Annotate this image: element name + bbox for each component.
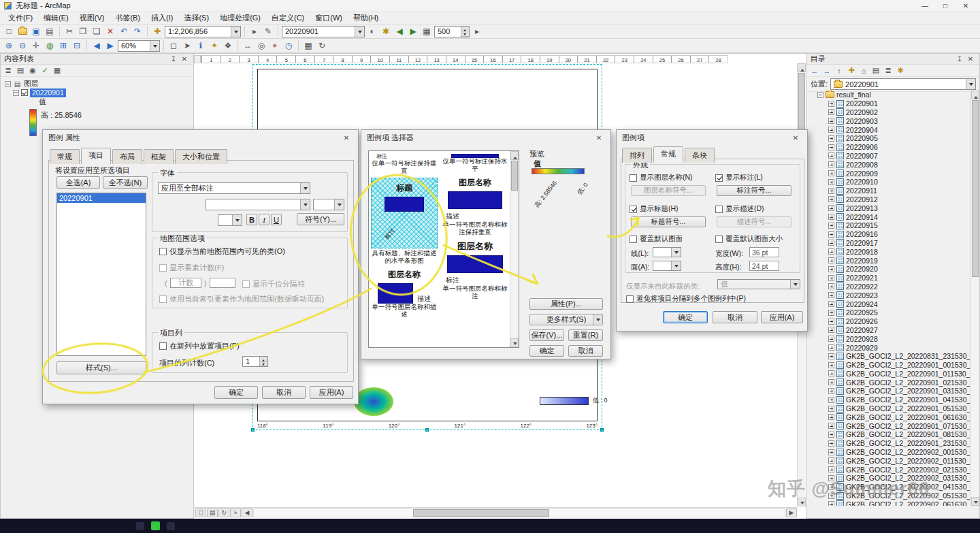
expand-icon[interactable] [828,101,834,107]
fixed-zoom-in-icon[interactable]: ⊞ [57,39,69,52]
toc-close-icon[interactable]: ✕ [179,54,190,64]
taskbar-green-app-icon[interactable] [151,521,160,530]
cancel-button[interactable]: 取消 [713,311,757,323]
expand-icon[interactable] [828,196,834,202]
delete-icon[interactable]: ✕ [104,25,116,37]
zoom-in-icon[interactable]: ⊕ [3,39,15,52]
list-by-drawing-order-icon[interactable]: ≣ [3,65,14,76]
expand-icon[interactable] [828,466,834,472]
catalog-date-item[interactable]: 20220918 [808,247,970,256]
go-forward-extent-icon[interactable]: ▶ [104,39,116,52]
scroll-thumb[interactable] [972,100,979,277]
line-patch-combo[interactable] [653,247,681,257]
catalog-date-item[interactable]: 20220901 [808,99,970,108]
show-heading-checkbox[interactable]: 显示标题(H) [630,204,679,214]
cancel-button[interactable]: 取消 [262,386,306,399]
scroll-up-icon[interactable] [971,91,979,99]
tree-view-icon[interactable]: ≣ [883,65,894,76]
expand-icon[interactable] [828,414,834,420]
override-patch-size-checkbox[interactable]: 覆盖默认图面大小 [715,234,783,244]
italic-button[interactable]: I [259,214,270,225]
legend-item-selector-dialog[interactable]: 图例项 选择器 ✕ 标注 仅单一符号标注保持垂直 标题 标注 具有标题、标注和描… [361,129,611,359]
expand-icon[interactable] [828,144,834,150]
legend-items-listbox[interactable]: 20220901 [56,193,146,356]
expand-icon[interactable] [828,310,834,316]
style-button[interactable]: 样式(S)... [56,361,146,374]
tab-items[interactable]: 项目 [81,148,111,164]
toc-layers-root[interactable]: ▤ 图层 [1,80,193,88]
expand-icon[interactable] [828,135,834,142]
expand-icon[interactable] [828,179,834,185]
list-by-selection-icon[interactable]: ✓ [39,65,50,76]
expand-icon[interactable] [828,266,834,272]
minimize-button[interactable]: — [915,0,935,12]
expand-icon[interactable] [828,449,834,455]
connect-folder-icon[interactable]: ✚ [846,65,857,76]
catalog-tree[interactable]: result_final 20220901 20220902 [808,91,970,506]
taskbar-app-icon[interactable] [136,522,144,530]
expand-icon[interactable] [828,283,834,289]
expand-icon[interactable] [828,301,834,307]
maximize-button[interactable]: □ [935,0,956,12]
grid-icon[interactable]: ▦ [421,25,433,37]
expand-icon[interactable] [828,457,834,464]
launch-icon[interactable]: ✱ [895,65,906,76]
ok-button[interactable]: 确定 [529,345,564,357]
open-folder-icon[interactable] [16,25,29,37]
expand-icon[interactable] [828,205,834,211]
catalog-file-item[interactable]: GK2B_GOCI2_L2_20220901_001530_LA_S010_Ch… [808,361,970,370]
tab-layout[interactable]: 布局 [112,149,142,164]
expand-icon[interactable] [828,109,834,115]
catalog-close-icon[interactable]: ✕ [965,54,976,64]
edit-pencil-icon[interactable]: ✎ [262,25,274,37]
tab-size-position[interactable]: 大小和位置 [175,149,227,164]
expand-icon[interactable] [828,223,834,229]
spin-up-icon[interactable] [461,27,469,32]
expand-icon[interactable] [828,231,834,238]
catalog-date-item[interactable]: 20220905 [808,134,970,143]
next-icon[interactable]: ▶ [407,25,419,37]
expand-icon[interactable] [828,406,834,412]
catalog-date-item[interactable]: 20220913 [808,204,970,212]
catalog-file-item[interactable]: GK2B_GOCI2_L2_20220902_011530_LA_S010_Ch… [808,456,970,465]
style-card[interactable]: 图层名称 标注 [442,236,508,285]
map-scale-combo[interactable]: 1:2,206,856 [165,26,241,37]
full-extent-icon[interactable]: ◍ [44,39,56,52]
measure-icon[interactable]: ↔ [242,39,254,52]
add-data-icon[interactable]: ✚ [151,25,163,37]
catalog-date-item[interactable]: 20220907 [808,152,970,161]
bold-button[interactable]: B [246,214,257,225]
forward-icon[interactable]: → [821,65,832,76]
legend-properties-dialog[interactable]: 图例 属性 ✕ 常规 项目 布局 框架 大小和位置 将设置应用至所选项目 全选(… [42,129,359,404]
catalog-date-item[interactable]: 20220920 [808,265,970,274]
catalog-date-item[interactable]: 20220906 [808,143,970,152]
home-icon[interactable]: ⌂ [858,65,869,76]
menu-item[interactable]: 地理处理(G) [214,12,266,25]
apply-button[interactable]: 应用(A) [761,311,803,323]
prevent-split-checkbox[interactable]: 避免将项目分隔到多个图例列中(P) [626,294,746,304]
catalog-date-item[interactable]: 20220921 [808,274,970,282]
style-list-scrollbar[interactable] [510,151,519,347]
expand-icon[interactable] [828,127,834,133]
apply-button[interactable]: 应用(A) [310,386,353,399]
only-visible-checkbox[interactable]: 仅显示当前地图范围内可见的类(O) [159,246,285,257]
find-icon[interactable]: ◎ [255,39,267,52]
catalog-file-item[interactable]: GK2B_GOCI2_L2_20220902_021530_LA_S010_Ch… [808,465,970,474]
layer-dropdown-arrow[interactable] [355,27,364,37]
close-button[interactable]: ✕ [956,0,976,12]
data-view-icon[interactable]: ◻ [195,508,206,517]
catalog-date-item[interactable]: 20220926 [808,317,970,326]
refresh-icon[interactable]: ↻ [316,39,328,52]
menu-item[interactable]: 插入(I) [146,12,178,25]
new-document-icon[interactable]: □ [3,25,15,37]
expand-icon[interactable] [828,362,834,368]
catalog-date-item[interactable]: 20220916 [808,230,970,239]
zoom-dropdown-arrow[interactable] [150,41,159,51]
save-button[interactable]: 保存(V)... [529,329,564,341]
expand-icon[interactable] [828,214,834,220]
more-styles-button[interactable]: 更多样式(S) [529,314,603,325]
expand-icon[interactable] [828,248,834,255]
tab-arrangement[interactable]: 排列 [622,148,652,163]
cut-icon[interactable]: ✂ [63,25,76,37]
expand-icon[interactable] [828,327,834,333]
